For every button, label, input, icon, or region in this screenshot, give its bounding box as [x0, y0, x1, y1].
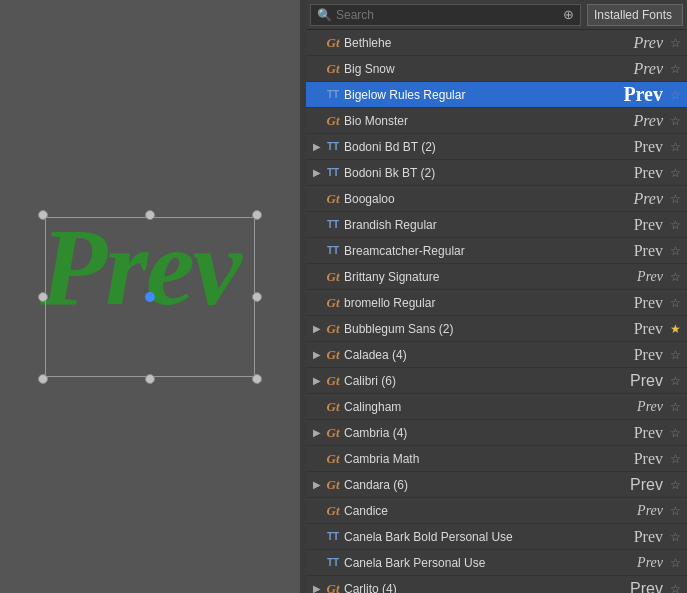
font-list[interactable]: GtBethlehePrev☆GtBig SnowPrev☆TTBigelow …	[306, 30, 687, 593]
handle-tl[interactable]	[38, 210, 48, 220]
font-name-label: Bodoni Bk BT (2)	[342, 166, 587, 180]
font-row[interactable]: ▶GtCambria (4)Prev☆	[306, 420, 687, 446]
font-row[interactable]: ▶GtCarlito (4)Prev☆	[306, 576, 687, 593]
handle-bc[interactable]	[145, 374, 155, 384]
favorite-star-icon[interactable]: ★	[667, 322, 683, 336]
font-row[interactable]: ▶GtCaladea (4)Prev☆	[306, 342, 687, 368]
favorite-star-icon[interactable]: ☆	[667, 452, 683, 466]
font-name-label: Calingham	[342, 400, 587, 414]
favorite-star-icon[interactable]: ☆	[667, 192, 683, 206]
font-row[interactable]: GtCalinghamPrev☆	[306, 394, 687, 420]
favorite-star-icon[interactable]: ☆	[667, 478, 683, 492]
favorite-star-icon[interactable]: ☆	[667, 556, 683, 570]
handle-tc[interactable]	[145, 210, 155, 220]
font-row[interactable]: GtBig SnowPrev☆	[306, 56, 687, 82]
font-name-label: Canela Bark Bold Personal Use	[342, 530, 587, 544]
font-row[interactable]: ▶GtCalibri (6)Prev☆	[306, 368, 687, 394]
font-row[interactable]: GtCambria MathPrev☆	[306, 446, 687, 472]
expand-arrow-icon[interactable]: ▶	[310, 349, 324, 360]
font-preview-text: Prev	[587, 138, 667, 156]
font-row[interactable]: ▶TTBodoni Bk BT (2)Prev☆	[306, 160, 687, 186]
expand-arrow-icon[interactable]: ▶	[310, 141, 324, 152]
font-preview-text: Prev	[587, 60, 667, 78]
top-bar: 🔍 ⊕ Installed Fonts	[306, 0, 687, 30]
font-row[interactable]: TTBigelow Rules RegularPrev☆	[306, 82, 687, 108]
font-preview-text: Prev	[587, 580, 667, 594]
favorite-star-icon[interactable]: ☆	[667, 348, 683, 362]
favorite-star-icon[interactable]: ☆	[667, 114, 683, 128]
favorite-star-icon[interactable]: ☆	[667, 244, 683, 258]
font-row[interactable]: ▶GtBubblegum Sans (2)Prev★	[306, 316, 687, 342]
handle-tr[interactable]	[252, 210, 262, 220]
font-preview-text: Prev	[587, 34, 667, 52]
handle-mr[interactable]	[252, 292, 262, 302]
font-name-label: bromello Regular	[342, 296, 587, 310]
font-row[interactable]: GtBrittany SignaturePrev☆	[306, 264, 687, 290]
font-preview-text: Prev	[587, 503, 667, 519]
expand-arrow-icon[interactable]: ▶	[310, 479, 324, 490]
expand-arrow-icon[interactable]: ▶	[310, 427, 324, 438]
font-row[interactable]: GtBio MonsterPrev☆	[306, 108, 687, 134]
favorite-star-icon[interactable]: ☆	[667, 270, 683, 284]
font-preview-text: Prev	[587, 83, 667, 106]
truetype-icon: TT	[324, 219, 342, 230]
font-row[interactable]: GtCandicePrev☆	[306, 498, 687, 524]
favorite-star-icon[interactable]: ☆	[667, 36, 683, 50]
expand-arrow-icon[interactable]: ▶	[310, 583, 324, 593]
font-preview-text: Prev	[587, 399, 667, 415]
font-name-label: Breamcatcher-Regular	[342, 244, 587, 258]
handle-center[interactable]	[145, 292, 155, 302]
expand-arrow-icon[interactable]: ▶	[310, 323, 324, 334]
expand-arrow-icon[interactable]: ▶	[310, 167, 324, 178]
handle-bl[interactable]	[38, 374, 48, 384]
favorite-star-icon[interactable]: ☆	[667, 166, 683, 180]
search-box[interactable]: 🔍 ⊕	[310, 4, 581, 26]
font-name-label: Bubblegum Sans (2)	[342, 322, 587, 336]
favorite-star-icon[interactable]: ☆	[667, 400, 683, 414]
font-row[interactable]: TTCanela Bark Personal UsePrev☆	[306, 550, 687, 576]
installed-fonts-dropdown[interactable]: Installed Fonts	[587, 4, 683, 26]
font-row[interactable]: GtBethlehePrev☆	[306, 30, 687, 56]
font-row[interactable]: ▶TTBodoni Bd BT (2)Prev☆	[306, 134, 687, 160]
font-row[interactable]: TTBrandish RegularPrev☆	[306, 212, 687, 238]
opentype-icon: Gt	[324, 373, 342, 389]
favorite-star-icon[interactable]: ☆	[667, 218, 683, 232]
font-row[interactable]: GtBoogalooPrev☆	[306, 186, 687, 212]
font-row[interactable]: Gtbromello RegularPrev☆	[306, 290, 687, 316]
font-preview-text: Prev	[587, 242, 667, 260]
truetype-icon: TT	[324, 89, 342, 100]
expand-arrow-icon[interactable]: ▶	[310, 375, 324, 386]
handle-ml[interactable]	[38, 292, 48, 302]
zoom-icon[interactable]: ⊕	[563, 7, 574, 22]
favorite-star-icon[interactable]: ☆	[667, 374, 683, 388]
font-preview-text: Prev	[587, 528, 667, 546]
font-row[interactable]: TTCanela Bark Bold Personal UsePrev☆	[306, 524, 687, 550]
font-name-label: Carlito (4)	[342, 582, 587, 594]
dropdown-label: Installed Fonts	[594, 8, 672, 22]
opentype-icon: Gt	[324, 295, 342, 311]
search-input[interactable]	[336, 8, 563, 22]
handle-br[interactable]	[252, 374, 262, 384]
font-name-label: Big Snow	[342, 62, 587, 76]
favorite-star-icon[interactable]: ☆	[667, 426, 683, 440]
opentype-icon: Gt	[324, 503, 342, 519]
opentype-icon: Gt	[324, 451, 342, 467]
favorite-star-icon[interactable]: ☆	[667, 62, 683, 76]
favorite-star-icon[interactable]: ☆	[667, 140, 683, 154]
font-preview-text: Prev	[587, 372, 667, 390]
favorite-star-icon[interactable]: ☆	[667, 88, 683, 102]
font-row[interactable]: TTBreamcatcher-RegularPrev☆	[306, 238, 687, 264]
opentype-icon: Gt	[324, 113, 342, 129]
favorite-star-icon[interactable]: ☆	[667, 582, 683, 594]
font-row[interactable]: ▶GtCandara (6)Prev☆	[306, 472, 687, 498]
font-name-label: Brandish Regular	[342, 218, 587, 232]
favorite-star-icon[interactable]: ☆	[667, 530, 683, 544]
font-name-label: Caladea (4)	[342, 348, 587, 362]
truetype-icon: TT	[324, 531, 342, 542]
favorite-star-icon[interactable]: ☆	[667, 296, 683, 310]
favorite-star-icon[interactable]: ☆	[667, 504, 683, 518]
opentype-icon: Gt	[324, 35, 342, 51]
font-preview-text: Prev	[587, 450, 667, 468]
font-name-label: Canela Bark Personal Use	[342, 556, 587, 570]
opentype-icon: Gt	[324, 347, 342, 363]
